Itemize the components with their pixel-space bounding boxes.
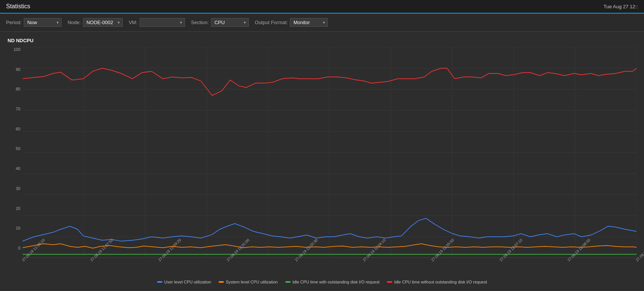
grid-lines [23,47,636,258]
node-group: Node: NODE-0002 [68,18,123,27]
header-datetime: Tue Aug 27 12:: [604,4,638,9]
legend-item: Idle CPU time without outstanding disk I… [387,280,487,284]
chart-title: ND NDCPU [8,38,636,43]
header: Statistics Tue Aug 27 12:: [0,0,644,14]
output-format-select[interactable]: Monitor [290,18,328,27]
output-format-select-wrapper: Monitor [290,18,328,27]
legend-item: Idle CPU time with outstanding disk I/O … [285,280,380,284]
legend-label: User level CPU utilization [164,280,211,284]
node-select-wrapper: NODE-0002 [83,18,123,27]
output-format-label: Output Format: [255,20,288,25]
output-format-group: Output Format: Monitor [255,18,328,27]
period-select[interactable]: Now [24,18,62,27]
vm-select[interactable] [140,18,185,27]
section-label: Section: [191,20,209,25]
y-axis-label: 40 [8,166,23,171]
y-axis-label: 50 [8,146,23,151]
y-axis-label: 10 [8,226,23,230]
node-select[interactable]: NODE-0002 [83,18,123,27]
period-group: Period: Now [6,18,62,27]
section-group: Section: CPU [191,18,249,27]
chart-inner [23,47,636,258]
y-axis-label: 60 [8,127,23,131]
section-select[interactable]: CPU [211,18,249,27]
chart-svg [23,47,636,258]
main-content: ND NDCPU 1009080706050403020100 [0,32,644,291]
vm-group: VM: [129,18,185,27]
page-title: Statistics [6,3,30,10]
legend-label: Idle CPU time with outstanding disk I/O … [293,280,380,284]
y-axis-label: 90 [8,67,23,72]
y-axis-label: 80 [8,87,23,91]
legend-label: Idle CPU time without outstanding disk I… [394,280,487,284]
legend-item: System level CPU utilization [219,280,278,284]
period-label: Period: [6,20,22,25]
y-axis-label: 70 [8,107,23,111]
legend-item: User level CPU utilization [157,280,211,284]
period-select-wrapper: Now [24,18,62,27]
chart-legend: User level CPU utilizationSystem level C… [8,277,636,287]
x-axis: 27.08.19 11:56:1027.08.19 11:57:5027.08.… [23,258,636,277]
y-axis: 1009080706050403020100 [8,47,23,258]
toolbar: Period: Now Node: NODE-0002 VM: Section:… [0,14,644,32]
chart-area: 1009080706050403020100 [8,47,636,277]
legend-color-swatch [219,281,224,283]
legend-label: System level CPU utilization [226,280,278,284]
y-axis-label: 20 [8,206,23,211]
vm-label: VM: [129,20,137,25]
legend-color-swatch [157,281,162,283]
vm-select-wrapper [140,18,185,27]
y-axis-label: 30 [8,186,23,191]
legend-color-swatch [285,281,291,283]
y-axis-label: 100 [8,47,23,52]
legend-color-swatch [387,281,392,283]
y-axis-label: 0 [8,246,23,250]
node-label: Node: [68,20,81,25]
section-select-wrapper: CPU [211,18,249,27]
chart-container: 1009080706050403020100 [8,47,636,258]
